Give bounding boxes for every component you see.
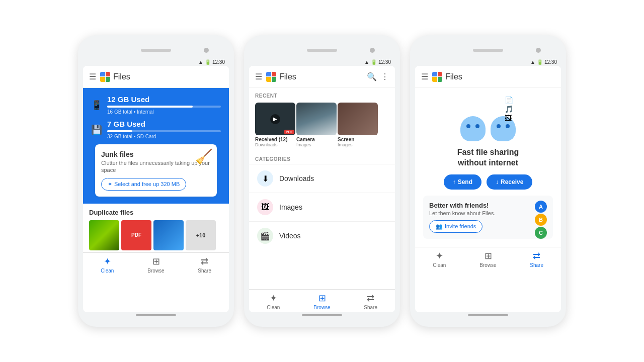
nav-share-2[interactable]: ⇄ Share (346, 293, 395, 310)
cat-images[interactable]: 🖼 Images (249, 193, 395, 221)
more-icon-2[interactable]: ⋮ (381, 72, 389, 81)
friends-card: A B C Better with friends! Let them know… (423, 196, 553, 239)
wand-icon (108, 181, 112, 188)
nav-browse-1[interactable]: ⊞ Browse (132, 256, 181, 274)
phone-clean: ▲ 🔋 12:30 ☰ Files (78, 35, 234, 327)
share-icon-1: ⇄ (201, 256, 208, 267)
pdf-label: PDF (131, 232, 141, 238)
fi-doc: 📄 (505, 96, 513, 104)
avatar-blue: A (535, 201, 547, 213)
sd-bar-fill (107, 130, 132, 132)
recent-item-received[interactable]: ▶ PDF Received (12) Downloads (255, 103, 295, 147)
files-logo-2: Files (266, 72, 296, 82)
nav-share-3[interactable]: ⇄ Share (512, 250, 561, 268)
cat-videos-name: Videos (279, 232, 301, 240)
browse-label-1: Browse (147, 268, 164, 274)
files-title-3: Files (445, 72, 462, 81)
logo-blue (100, 72, 105, 77)
receive-btn[interactable]: ↓ Receive (487, 174, 532, 190)
browse-label-3: Browse (479, 262, 496, 268)
categories-label: CATEGORIES (249, 151, 395, 164)
invite-btn[interactable]: 👥 Invite friends (429, 220, 482, 233)
clean-icon-1: ✦ (104, 256, 111, 267)
nav-browse-2[interactable]: ⊞ Browse (298, 293, 347, 310)
send-label: Send (458, 178, 472, 186)
nav-clean-2[interactable]: ✦ Clean (249, 293, 298, 310)
phones-container: ▲ 🔋 12:30 ☰ Files (0, 0, 644, 362)
signal-icon-1: ▲ (198, 59, 203, 65)
internal-bar-fill (107, 106, 193, 108)
ghost-eye-right-r (506, 124, 510, 128)
search-icon-2[interactable]: 🔍 (367, 72, 377, 81)
files-logo-icon-1 (100, 72, 110, 82)
pdf-badge: PDF (284, 130, 294, 134)
clean-label-1: Clean (101, 268, 114, 274)
phone-browse: ▲ 🔋 12:30 ☰ Files (244, 35, 400, 327)
phone-icon: 📱 (91, 100, 102, 111)
home-indicator-1 (83, 312, 229, 318)
sd-icon: 💾 (91, 124, 102, 135)
files-logo-icon-2 (266, 72, 276, 82)
logo-red (106, 72, 111, 77)
phone-share-wrapper: ▲ 🔋 12:30 ☰ Files (410, 35, 566, 327)
speaker-2 (307, 49, 337, 52)
status-bar-3: ▲ 🔋 12:30 (415, 58, 561, 66)
clean-icon-3: ✦ (436, 250, 443, 261)
nav-share-1[interactable]: ⇄ Share (180, 256, 229, 274)
downloads-icon: ⬇ (257, 170, 273, 187)
ghost-eye-right-l (497, 124, 501, 128)
ghost-left (460, 116, 486, 141)
logo-yellow (100, 77, 105, 82)
home-bar-2 (302, 314, 342, 316)
browse-icon-3: ⊞ (485, 250, 492, 261)
browse-icon-1: ⊞ (152, 256, 160, 267)
sd-used: 7 GB Used (107, 120, 221, 128)
recent-name-0: Received (12) (255, 137, 295, 142)
avatar-green: C (535, 227, 547, 239)
app-bar-actions-2: 🔍 ⋮ (367, 72, 389, 81)
phone-clean-wrapper: ▲ 🔋 12:30 ☰ Files (78, 35, 234, 327)
status-bar-1: ▲ 🔋 12:30 (83, 58, 229, 66)
cat-downloads-name: Downloads (279, 174, 314, 183)
recent-name-2: Screen (338, 137, 378, 142)
invite-icon: 👥 (436, 223, 443, 230)
screen-3: ☰ Files (415, 66, 561, 312)
time-1: 12:30 (212, 59, 225, 65)
hamburger-icon-3[interactable]: ☰ (421, 72, 428, 81)
files-title-2: Files (279, 72, 296, 81)
friends-title: Better with friends! (429, 202, 547, 209)
signal-icon-3: ▲ (530, 59, 535, 65)
cat-downloads[interactable]: ⬇ Downloads (249, 164, 395, 193)
storage-card-1: 📱 12 GB Used 16 GB total • Internal 💾 (83, 88, 229, 204)
send-btn[interactable]: ↑ Send (444, 174, 481, 190)
hamburger-icon-2[interactable]: ☰ (255, 72, 262, 81)
phone-browse-wrapper: ▲ 🔋 12:30 ☰ Files (244, 35, 400, 327)
thumb-2: PDF (121, 220, 151, 250)
speaker-3 (473, 49, 503, 52)
hamburger-icon-1[interactable]: ☰ (89, 72, 96, 81)
camera-2 (370, 48, 375, 53)
internal-used: 12 GB Used (107, 95, 221, 104)
cat-videos[interactable]: 🎬 Videos (249, 221, 395, 250)
clean-icon-2: ✦ (270, 293, 277, 304)
status-bar-2: ▲ 🔋 12:30 (249, 58, 395, 66)
cat-images-name: Images (279, 203, 302, 211)
nav-clean-1[interactable]: ✦ Clean (83, 256, 132, 274)
nav-clean-3[interactable]: ✦ Clean (415, 250, 464, 268)
share-label-2: Share (364, 305, 377, 310)
junk-action-btn[interactable]: Select and free up 320 MB (101, 178, 186, 191)
recent-item-camera[interactable]: Camera Images (296, 103, 337, 147)
nav-browse-3[interactable]: ⊞ Browse (464, 250, 513, 268)
share-buttons: ↑ Send ↓ Receive (444, 174, 533, 190)
share-label-1: Share (198, 268, 211, 274)
avatar-orange: B (535, 214, 547, 226)
home-bar-3 (468, 314, 508, 316)
recent-sub-2: Images (338, 142, 378, 147)
junk-cta: Select and free up 320 MB (114, 181, 180, 187)
notch-area-1 (83, 44, 229, 56)
thumb-camera (296, 103, 337, 135)
logo-green (106, 77, 111, 82)
receive-down-icon: ↓ (496, 178, 499, 186)
bottom-nav-2: ✦ Clean ⊞ Browse ⇄ Share (249, 289, 395, 312)
recent-item-screen[interactable]: Screen Images (338, 103, 378, 147)
